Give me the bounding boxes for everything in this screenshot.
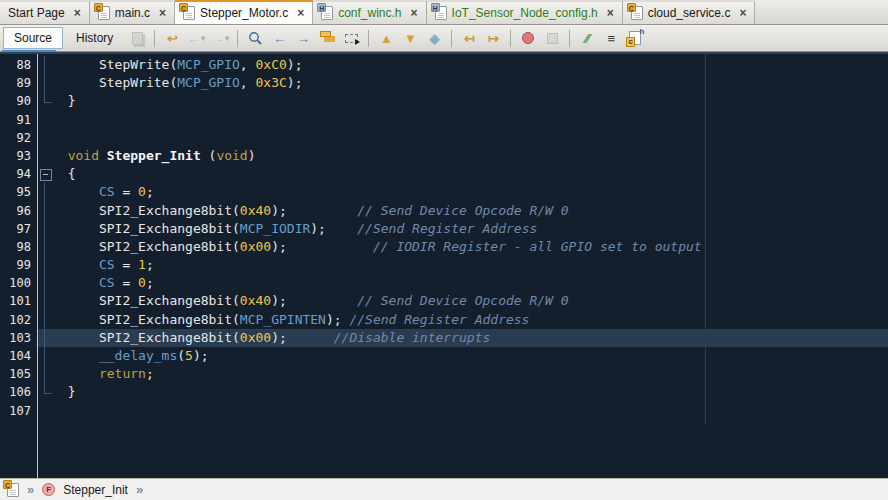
h-file-icon: H <box>435 6 447 20</box>
line-body: SPI2_Exchange8bit(0x40); // Send Device … <box>37 292 888 310</box>
line-number[interactable]: 92 <box>0 129 37 147</box>
shift-line-right-icon[interactable]: ↦ <box>482 28 504 48</box>
line-number[interactable]: 96 <box>0 202 37 220</box>
code-line[interactable]: 103 SPI2_Exchange8bit(0x00); //Disable i… <box>0 329 888 347</box>
code-line[interactable]: 90 } <box>0 92 888 110</box>
code-text: SPI2_Exchange8bit(0x00); // IODIR Regist… <box>52 238 888 256</box>
source-button[interactable]: Source <box>3 27 63 49</box>
line-number[interactable]: 89 <box>0 74 37 92</box>
code-text <box>52 129 888 147</box>
tab-label: IoT_Sensor_Node_config.h <box>452 6 598 20</box>
uncomment-icon[interactable]: ≡ <box>600 28 622 48</box>
c-file-icon: C <box>7 483 19 497</box>
close-icon[interactable]: × <box>74 7 81 19</box>
line-number[interactable]: 95 <box>0 183 37 201</box>
line-body <box>37 111 888 129</box>
fold-collapse-icon[interactable] <box>37 165 52 183</box>
highlight-search-icon[interactable] <box>316 28 338 48</box>
line-number[interactable]: 97 <box>0 220 37 238</box>
code-line[interactable]: 92 <box>0 129 888 147</box>
breadcrumb-function[interactable]: Stepper_Init <box>63 483 128 497</box>
tab-main-c[interactable]: Cmain.c× <box>90 0 175 24</box>
line-number[interactable]: 100 <box>0 274 37 292</box>
code-line[interactable]: 107 <box>0 402 888 420</box>
tab-iot-sensor-node-config-h[interactable]: HIoT_Sensor_Node_config.h× <box>427 0 623 24</box>
code-line[interactable]: 95 CS = 0; <box>0 183 888 201</box>
tab-label: conf_winc.h <box>338 6 401 20</box>
code-line[interactable]: 99 CS = 1; <box>0 256 888 274</box>
code-line[interactable]: 100 CS = 0; <box>0 274 888 292</box>
code-line[interactable]: 97 SPI2_Exchange8bit(MCP_IODIR); //Send … <box>0 220 888 238</box>
find-next-icon[interactable]: → <box>292 28 314 48</box>
code-text: } <box>52 92 888 110</box>
code-line[interactable]: 101 SPI2_Exchange8bit(0x40); // Send Dev… <box>0 292 888 310</box>
fold-guide <box>37 402 52 420</box>
code-line[interactable]: 102 SPI2_Exchange8bit(MCP_GPINTEN); //Se… <box>0 311 888 329</box>
line-body: CS = 0; <box>37 183 888 201</box>
line-number[interactable]: 88 <box>0 56 37 74</box>
line-number[interactable]: 106 <box>0 383 37 401</box>
code-text: CS = 0; <box>52 274 888 292</box>
line-number[interactable]: 94 <box>0 165 37 183</box>
close-icon[interactable]: × <box>739 7 746 19</box>
line-number[interactable]: 98 <box>0 238 37 256</box>
code-line[interactable]: 94 { <box>0 165 888 183</box>
close-icon[interactable]: × <box>297 7 304 19</box>
code-editor[interactable]: 88 StepWrite(MCP_GPIO, 0xC0);89 StepWrit… <box>0 52 888 478</box>
file-type-badge: C <box>94 3 103 12</box>
line-number[interactable]: 99 <box>0 256 37 274</box>
code-text: { <box>52 165 888 183</box>
tab-conf-winc-h[interactable]: Hconf_winc.h× <box>313 0 426 24</box>
line-number[interactable]: 90 <box>0 92 37 110</box>
toolbar-separator <box>569 30 570 47</box>
code-line[interactable]: 98 SPI2_Exchange8bit(0x00); // IODIR Reg… <box>0 238 888 256</box>
last-edit-position-icon[interactable]: ↩ <box>161 28 183 48</box>
history-button[interactable]: History <box>65 27 124 49</box>
rectangular-selection-icon[interactable] <box>340 28 362 48</box>
line-number[interactable]: 91 <box>0 111 37 129</box>
fold-guide <box>37 92 52 110</box>
code-line[interactable]: 89 StepWrite(MCP_GPIO, 0x3C); <box>0 74 888 92</box>
toggle-bookmark-icon[interactable]: ◈ <box>423 28 445 48</box>
dropdown-caret-icon[interactable]: ▾ <box>225 34 229 43</box>
breadcrumb-file-item[interactable]: C <box>7 483 19 497</box>
code-line[interactable]: 88 StepWrite(MCP_GPIO, 0xC0); <box>0 56 888 74</box>
find-previous-icon[interactable]: ← <box>268 28 290 48</box>
line-number[interactable]: 107 <box>0 402 37 420</box>
code-text: StepWrite(MCP_GPIO, 0xC0); <box>52 56 888 74</box>
previous-bookmark-icon[interactable]: ▲ <box>375 28 397 48</box>
line-body: } <box>37 383 888 401</box>
code-line[interactable]: 93 void Stepper_Init (void) <box>0 147 888 165</box>
tab-cloud-service-c[interactable]: Ccloud_service.c× <box>623 0 756 24</box>
line-number[interactable]: 93 <box>0 147 37 165</box>
code-line[interactable]: 105 return; <box>0 365 888 383</box>
code-line[interactable]: 106 } <box>0 383 888 401</box>
dropdown-caret-icon[interactable]: ▾ <box>201 34 205 43</box>
code-text: SPI2_Exchange8bit(0x40); // Send Device … <box>52 292 888 310</box>
close-icon[interactable]: × <box>607 7 614 19</box>
fold-guide <box>37 238 52 256</box>
fold-guide <box>37 365 52 383</box>
code-line[interactable]: 91 <box>0 111 888 129</box>
close-icon[interactable]: × <box>159 7 166 19</box>
start-macro-recording-icon[interactable] <box>517 28 539 48</box>
shift-line-left-icon[interactable]: ↤ <box>458 28 480 48</box>
line-body: CS = 0; <box>37 274 888 292</box>
line-number[interactable]: 103 <box>0 329 37 347</box>
close-icon[interactable]: × <box>411 7 418 19</box>
line-number[interactable]: 101 <box>0 292 37 310</box>
next-bookmark-icon[interactable]: ▼ <box>399 28 421 48</box>
code-line[interactable]: 104 __delay_ms(5); <box>0 347 888 365</box>
code-text: StepWrite(MCP_GPIO, 0x3C); <box>52 74 888 92</box>
code-line[interactable]: 96 SPI2_Exchange8bit(0x40); // Send Devi… <box>0 202 888 220</box>
code-lines: 88 StepWrite(MCP_GPIO, 0xC0);89 StepWrit… <box>0 54 888 420</box>
tab-stepper-motor-c[interactable]: CStepper_Motor.c× <box>175 0 313 24</box>
line-number[interactable]: 104 <box>0 347 37 365</box>
find-selection-icon[interactable] <box>244 28 266 48</box>
fold-guide <box>37 347 52 365</box>
tab-start-page[interactable]: Start Page× <box>0 0 90 24</box>
line-number[interactable]: 102 <box>0 311 37 329</box>
line-number[interactable]: 105 <box>0 365 37 383</box>
comment-icon[interactable]: ∕∕ <box>576 28 598 48</box>
toggle-header-source-icon[interactable] <box>624 28 646 48</box>
